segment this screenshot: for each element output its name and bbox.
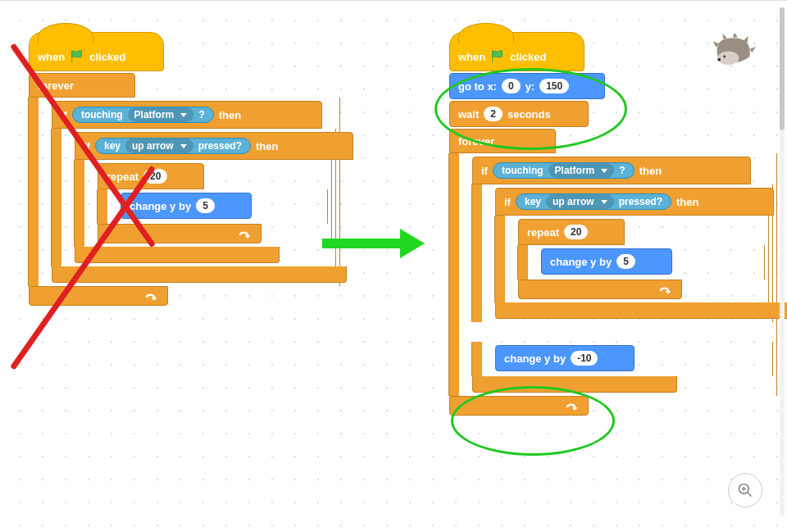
- clicked-label: clicked: [89, 51, 125, 63]
- loop-arrow-icon: [565, 400, 580, 412]
- seconds-label: seconds: [507, 108, 551, 120]
- loop-arrow-icon: [238, 228, 252, 239]
- else-label: else: [480, 326, 501, 339]
- key-label: key: [104, 140, 121, 152]
- scratch-canvas[interactable]: when clicked forever if touching Platfor…: [0, 0, 787, 532]
- change-y-label-2: change y by: [504, 352, 566, 365]
- green-flag-icon: [490, 49, 505, 64]
- change-y-else-block[interactable]: change y by -10: [495, 345, 635, 371]
- touching-q: ?: [619, 165, 625, 176]
- touching-reporter[interactable]: touching Platform ?: [72, 107, 214, 123]
- goto-xy-block[interactable]: go to x: 0 y: 150: [449, 73, 605, 99]
- touching-reporter[interactable]: touching Platform ?: [493, 162, 635, 179]
- wait-label: wait: [458, 108, 479, 120]
- when-flag-clicked-block[interactable]: when clicked: [29, 32, 164, 71]
- clicked-label: clicked: [510, 51, 546, 63]
- key-pressed-reporter[interactable]: key up arrow pressed?: [95, 138, 251, 154]
- if-key-block[interactable]: if key up arrow pressed? then: [495, 188, 769, 319]
- zoom-in-button[interactable]: [728, 473, 762, 507]
- else-arm: else: [472, 322, 677, 342]
- change-y-value-input[interactable]: 5: [616, 254, 635, 269]
- svg-point-0: [717, 51, 739, 65]
- wait-value-input[interactable]: 2: [484, 107, 503, 121]
- touching-target-dropdown[interactable]: Platform: [548, 163, 615, 178]
- then-label: then: [639, 165, 662, 177]
- touching-q: ?: [198, 109, 204, 120]
- goto-label: go to x:: [458, 80, 497, 93]
- pressed-label: pressed?: [619, 196, 662, 207]
- change-y-block[interactable]: change y by 5: [541, 248, 672, 275]
- svg-point-1: [723, 56, 726, 58]
- repeat-block[interactable]: repeat 20 change y by 5: [518, 219, 765, 299]
- wait-block[interactable]: wait 2 seconds: [449, 101, 589, 127]
- then-label-2: then: [676, 196, 698, 208]
- left-script[interactable]: when clicked forever if touching Platfor…: [29, 32, 340, 306]
- green-flag-icon: [70, 49, 84, 64]
- repeat-block[interactable]: repeat 20 change y by 5: [98, 163, 328, 243]
- touching-label: touching: [502, 165, 544, 176]
- change-y-value-input[interactable]: 5: [196, 198, 215, 213]
- then-label: then: [219, 109, 241, 121]
- repeat-label: repeat: [527, 226, 559, 239]
- key-pressed-reporter[interactable]: key up arrow pressed?: [516, 193, 671, 210]
- key-name-dropdown[interactable]: up arrow: [546, 194, 614, 209]
- touching-label: touching: [81, 109, 123, 120]
- then-label-2: then: [256, 140, 278, 152]
- vertical-scrollbar[interactable]: [780, 7, 785, 516]
- loop-arrow-icon: [144, 290, 159, 302]
- if-label: if: [481, 165, 488, 177]
- if-label-2: if: [504, 196, 511, 208]
- goto-y-label: y:: [525, 80, 535, 93]
- if-key-block[interactable]: if key up arrow pressed? then: [75, 132, 332, 263]
- sprite-thumbnail-hedgehog[interactable]: [710, 34, 756, 66]
- loop-arrow-icon: [658, 284, 673, 295]
- touching-target-dropdown[interactable]: Platform: [128, 107, 194, 122]
- when-flag-clicked-block[interactable]: when clicked: [449, 32, 585, 71]
- forever-block[interactable]: forever if touching Platform ? then: [449, 129, 777, 416]
- green-arrow-icon: [322, 229, 425, 258]
- change-y-block[interactable]: change y by 5: [121, 193, 252, 219]
- forever-block[interactable]: forever if touching Platform ? then: [29, 73, 340, 306]
- pressed-label: pressed?: [198, 140, 242, 152]
- forever-label: forever: [458, 135, 494, 148]
- change-y-label: change y by: [130, 200, 191, 212]
- when-label: when: [38, 51, 65, 63]
- change-y-value-2-input[interactable]: -10: [571, 351, 598, 366]
- svg-point-2: [717, 58, 721, 61]
- goto-x-input[interactable]: 0: [502, 79, 521, 93]
- repeat-count-input[interactable]: 20: [564, 225, 588, 239]
- key-label: key: [525, 196, 541, 207]
- svg-line-4: [748, 493, 752, 497]
- goto-y-input[interactable]: 150: [539, 79, 569, 93]
- right-script[interactable]: when clicked go to x: 0 y: 150 wait 2 se…: [449, 32, 777, 416]
- when-label: when: [458, 51, 485, 63]
- if-else-touching-block[interactable]: if touching Platform ? then if: [472, 157, 773, 393]
- key-name-dropdown[interactable]: up arrow: [125, 139, 193, 153]
- change-y-label: change y by: [550, 256, 612, 268]
